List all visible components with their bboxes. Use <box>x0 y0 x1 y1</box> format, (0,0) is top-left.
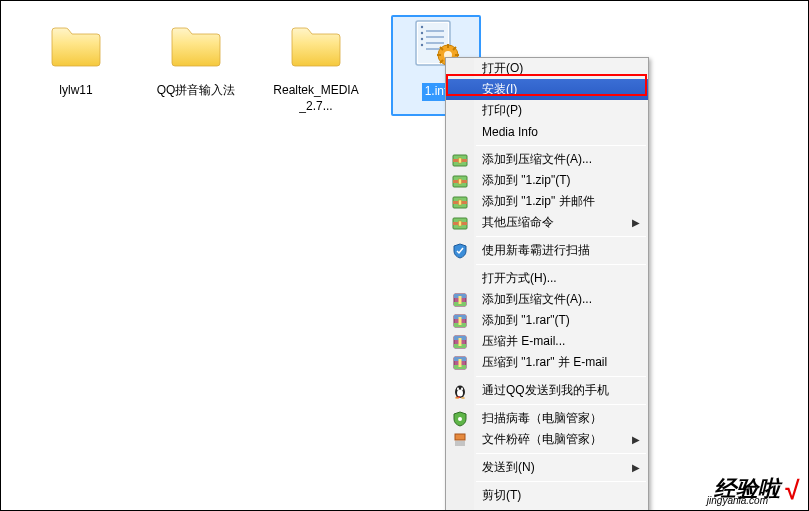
shield-green-icon <box>446 408 474 429</box>
svg-point-50 <box>457 389 463 396</box>
svg-point-53 <box>455 397 459 399</box>
menu-item[interactable]: 打开方式(H)... <box>446 268 648 289</box>
shred-icon <box>446 429 474 450</box>
svg-rect-39 <box>459 317 462 325</box>
file-label: lylw11 <box>59 83 92 99</box>
menu-item-label: 使用新毒霸进行扫描 <box>474 242 640 259</box>
svg-rect-43 <box>459 338 462 346</box>
menu-item-label: Media Info <box>474 125 640 139</box>
menu-item-label: 扫描病毒（电脑管家） <box>474 410 640 427</box>
svg-point-4 <box>421 38 423 40</box>
blank-icon <box>446 268 474 289</box>
file-label: Realtek_MEDIA_2.7... <box>273 83 359 114</box>
menu-separator <box>476 376 646 377</box>
menu-item[interactable]: 压缩并 E-mail... <box>446 331 648 352</box>
qq-icon <box>446 380 474 401</box>
folder-item[interactable]: QQ拼音输入法 <box>151 15 241 116</box>
menu-item-label: 添加到压缩文件(A)... <box>474 151 640 168</box>
submenu-arrow-icon: ▶ <box>630 217 640 228</box>
menu-item-label: 安装(I) <box>474 81 640 98</box>
file-label: QQ拼音输入法 <box>157 83 236 99</box>
menu-item[interactable]: 文件粉碎（电脑管家）▶ <box>446 429 648 450</box>
menu-separator <box>476 264 646 265</box>
svg-point-55 <box>458 417 462 421</box>
rar-icon <box>446 331 474 352</box>
menu-separator <box>476 481 646 482</box>
menu-item-label: 添加到 "1.rar"(T) <box>474 312 640 329</box>
menu-item-label: 发送到(N) <box>474 459 630 476</box>
zip-icon <box>446 170 474 191</box>
submenu-arrow-icon: ▶ <box>630 434 640 445</box>
menu-item[interactable]: 通过QQ发送到我的手机 <box>446 380 648 401</box>
menu-item-label: 压缩到 "1.rar" 并 E-mail <box>474 354 640 371</box>
svg-point-52 <box>461 387 463 390</box>
menu-item-label: 其他压缩命令 <box>474 214 630 231</box>
menu-item[interactable]: 添加到压缩文件(A)... <box>446 149 648 170</box>
rar-icon <box>446 352 474 373</box>
desktop-area[interactable]: lylw11 QQ拼音输入法 Realtek_MEDIA_2.7... <box>1 1 808 130</box>
zip-icon <box>446 212 474 233</box>
menu-item-label: 添加到 "1.zip"(T) <box>474 172 640 189</box>
svg-rect-25 <box>459 179 462 184</box>
menu-item[interactable]: 其他压缩命令▶ <box>446 212 648 233</box>
menu-item-label: 文件粉碎（电脑管家） <box>474 431 630 448</box>
blank-icon <box>446 506 474 511</box>
submenu-arrow-icon: ▶ <box>630 462 640 473</box>
blank-icon <box>446 485 474 506</box>
svg-point-51 <box>457 387 459 390</box>
blank-icon <box>446 79 474 100</box>
menu-item[interactable]: 剪切(T) <box>446 485 648 506</box>
blank-icon <box>446 100 474 121</box>
menu-item[interactable]: 安装(I) <box>446 79 648 100</box>
blank-icon <box>446 58 474 79</box>
menu-item-label: 剪切(T) <box>474 487 640 504</box>
menu-item[interactable]: 发送到(N)▶ <box>446 457 648 478</box>
menu-item[interactable]: 添加到压缩文件(A)... <box>446 289 648 310</box>
svg-rect-22 <box>459 158 462 163</box>
menu-item[interactable]: 打开(O) <box>446 58 648 79</box>
folder-icon <box>168 17 224 73</box>
menu-item-label: 打开方式(H)... <box>474 270 640 287</box>
svg-rect-31 <box>459 221 462 226</box>
menu-item[interactable]: 添加到 "1.rar"(T) <box>446 310 648 331</box>
rar-icon <box>446 310 474 331</box>
svg-point-3 <box>421 32 423 34</box>
svg-point-5 <box>421 44 423 46</box>
menu-item[interactable]: 复制(C) <box>446 506 648 511</box>
menu-separator <box>476 404 646 405</box>
menu-item-label: 打印(P) <box>474 102 640 119</box>
menu-item-label: 通过QQ发送到我的手机 <box>474 382 640 399</box>
menu-item[interactable]: 压缩到 "1.rar" 并 E-mail <box>446 352 648 373</box>
menu-separator <box>476 236 646 237</box>
svg-rect-56 <box>455 434 465 440</box>
menu-item[interactable]: 打印(P) <box>446 100 648 121</box>
menu-separator <box>476 453 646 454</box>
svg-rect-28 <box>459 200 462 205</box>
blank-icon <box>446 121 474 142</box>
watermark: 经验啦 √ jingyanla.com <box>714 473 798 504</box>
folder-icon <box>48 17 104 73</box>
svg-point-2 <box>421 26 423 28</box>
watermark-url: jingyanla.com <box>707 495 768 506</box>
menu-item[interactable]: 添加到 "1.zip"(T) <box>446 170 648 191</box>
folder-icon <box>288 17 344 73</box>
svg-rect-35 <box>459 296 462 304</box>
menu-item[interactable]: Media Info <box>446 121 648 142</box>
folder-item[interactable]: lylw11 <box>31 15 121 116</box>
svg-rect-47 <box>459 359 462 367</box>
menu-item[interactable]: 使用新毒霸进行扫描 <box>446 240 648 261</box>
menu-item[interactable]: 添加到 "1.zip" 并邮件 <box>446 191 648 212</box>
menu-item-label: 打开(O) <box>474 60 640 77</box>
menu-item[interactable]: 扫描病毒（电脑管家） <box>446 408 648 429</box>
zip-icon <box>446 191 474 212</box>
folder-item[interactable]: Realtek_MEDIA_2.7... <box>271 15 361 116</box>
watermark-check-icon: √ <box>784 475 798 506</box>
context-menu: 打开(O)安装(I)打印(P)Media Info添加到压缩文件(A)...添加… <box>445 57 649 511</box>
shield-blue-icon <box>446 240 474 261</box>
svg-point-54 <box>461 397 465 399</box>
menu-item-label: 压缩并 E-mail... <box>474 333 640 350</box>
zip-icon <box>446 149 474 170</box>
menu-separator <box>476 145 646 146</box>
blank-icon <box>446 457 474 478</box>
menu-item-label: 添加到压缩文件(A)... <box>474 291 640 308</box>
